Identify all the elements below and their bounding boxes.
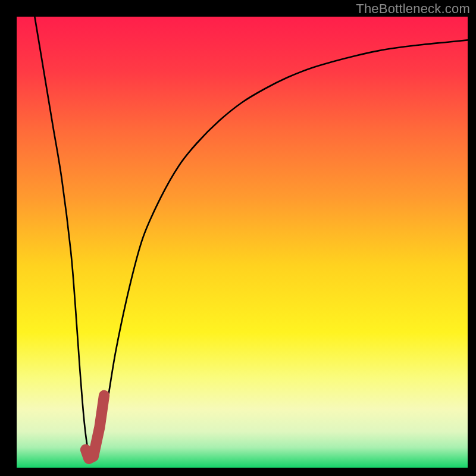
curve-layer bbox=[17, 17, 468, 468]
plot-area bbox=[17, 17, 468, 468]
highlight-marker bbox=[86, 396, 104, 459]
watermark-text: TheBottleneck.com bbox=[356, 1, 470, 17]
chart-frame: TheBottleneck.com bbox=[0, 0, 476, 476]
